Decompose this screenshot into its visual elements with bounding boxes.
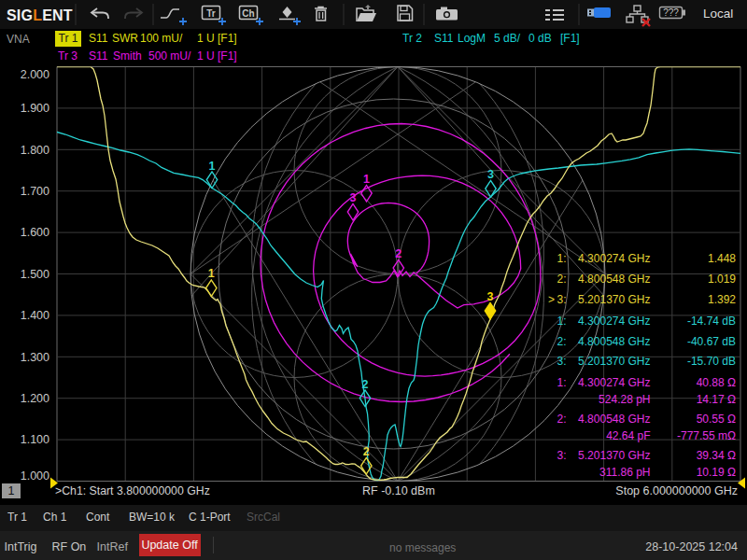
svg-text:50.55 Ω: 50.55 Ω bbox=[697, 413, 736, 426]
svg-text:1.392: 1.392 bbox=[708, 293, 736, 306]
svg-text:3: 3 bbox=[487, 168, 494, 181]
svg-text:39.34 Ω: 39.34 Ω bbox=[697, 449, 736, 462]
svg-text:1.600: 1.600 bbox=[21, 226, 49, 239]
svg-text:1.700: 1.700 bbox=[21, 185, 49, 198]
svg-text:1.300: 1.300 bbox=[21, 351, 49, 364]
svg-text:1:: 1: bbox=[557, 315, 566, 328]
svg-text:2: 2 bbox=[362, 378, 369, 391]
svg-text:42.64 pF: 42.64 pF bbox=[606, 429, 650, 442]
svg-text:5.201370 GHz: 5.201370 GHz bbox=[578, 355, 650, 368]
svg-text:3:: 3: bbox=[557, 293, 566, 306]
svg-text:1.800: 1.800 bbox=[21, 144, 49, 157]
svg-text:4.300274 GHz: 4.300274 GHz bbox=[578, 376, 650, 389]
svg-text:5.201370 GHz: 5.201370 GHz bbox=[578, 293, 650, 306]
svg-text:1.900: 1.900 bbox=[21, 102, 49, 115]
svg-text:311.86 pH: 311.86 pH bbox=[599, 466, 651, 479]
svg-text:4.300274 GHz: 4.300274 GHz bbox=[578, 252, 650, 265]
svg-text:10.19 Ω: 10.19 Ω bbox=[697, 466, 736, 479]
svg-text:2:: 2: bbox=[557, 413, 566, 426]
svg-text:1.100: 1.100 bbox=[21, 433, 49, 446]
svg-text:4.800548 GHz: 4.800548 GHz bbox=[578, 273, 650, 286]
svg-text:1: 1 bbox=[209, 160, 216, 173]
svg-text:1: 1 bbox=[363, 173, 370, 186]
svg-text:1: 1 bbox=[208, 267, 215, 280]
svg-text:-40.67 dB: -40.67 dB bbox=[687, 335, 736, 348]
svg-text:-15.70 dB: -15.70 dB bbox=[687, 355, 736, 368]
svg-text:1.400: 1.400 bbox=[21, 309, 49, 322]
svg-text:1.448: 1.448 bbox=[708, 252, 736, 265]
svg-text:2: 2 bbox=[363, 445, 370, 458]
svg-text:1.000: 1.000 bbox=[21, 469, 49, 483]
svg-text:2.000: 2.000 bbox=[21, 68, 49, 81]
svg-text:-14.74 dB: -14.74 dB bbox=[687, 315, 736, 328]
svg-text:5.201370 GHz: 5.201370 GHz bbox=[578, 449, 650, 462]
svg-text:4.800548 GHz: 4.800548 GHz bbox=[578, 413, 650, 426]
svg-text:1.200: 1.200 bbox=[21, 392, 49, 405]
svg-text:14.17 Ω: 14.17 Ω bbox=[697, 393, 736, 406]
svg-text:3: 3 bbox=[350, 191, 357, 204]
svg-text:2:: 2: bbox=[557, 273, 566, 286]
svg-text:4.800548 GHz: 4.800548 GHz bbox=[578, 335, 650, 348]
svg-text:2:: 2: bbox=[557, 335, 566, 348]
svg-text:524.28 pH: 524.28 pH bbox=[599, 393, 650, 406]
svg-text:>: > bbox=[548, 293, 555, 306]
svg-text:3:: 3: bbox=[557, 449, 566, 462]
svg-text:-777.55 mΩ: -777.55 mΩ bbox=[677, 429, 736, 442]
svg-text:40.88 Ω: 40.88 Ω bbox=[697, 376, 736, 389]
svg-text:2: 2 bbox=[395, 247, 402, 260]
svg-text:3: 3 bbox=[487, 290, 494, 303]
svg-text:1.019: 1.019 bbox=[708, 273, 736, 286]
svg-text:3:: 3: bbox=[557, 355, 566, 368]
svg-text:4.300274 GHz: 4.300274 GHz bbox=[578, 315, 650, 328]
svg-text:1:: 1: bbox=[557, 252, 566, 265]
svg-text:1.500: 1.500 bbox=[21, 268, 49, 281]
svg-text:1:: 1: bbox=[557, 376, 566, 389]
